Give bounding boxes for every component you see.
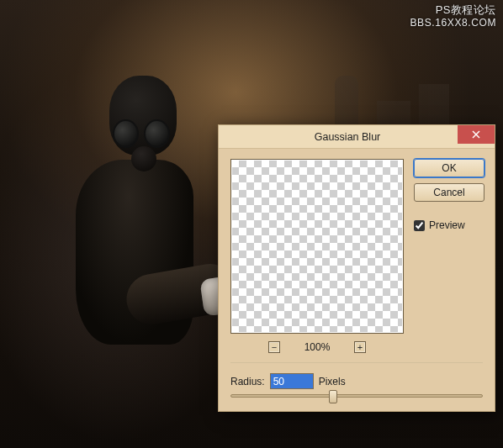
radius-slider[interactable] <box>230 394 483 398</box>
close-button[interactable] <box>458 125 495 144</box>
preview-checkbox[interactable] <box>414 220 425 231</box>
watermark-line2: BBS.16XX8.COM <box>410 17 496 29</box>
radius-unit: Pixels <box>319 376 346 387</box>
watermark: PS教程论坛 BBS.16XX8.COM <box>410 3 496 29</box>
ok-button[interactable]: OK <box>414 159 484 177</box>
radius-label: Radius: <box>230 376 265 387</box>
close-icon <box>472 130 480 139</box>
cancel-button[interactable]: Cancel <box>414 183 484 202</box>
radius-row: Radius: Pixels <box>219 363 495 393</box>
dialog-titlebar[interactable]: Gaussian Blur <box>219 125 495 149</box>
zoom-controls: − 100% + <box>230 339 404 356</box>
dialog-title: Gaussian Blur <box>229 131 495 143</box>
radius-slider-thumb[interactable] <box>329 390 337 403</box>
plus-icon: + <box>357 343 363 352</box>
bg-figure <box>50 76 219 412</box>
zoom-in-button[interactable]: + <box>354 341 366 353</box>
radius-input[interactable] <box>270 373 314 389</box>
zoom-out-button[interactable]: − <box>268 341 280 353</box>
minus-icon: − <box>272 343 277 352</box>
preview-checkbox-label: Preview <box>429 219 465 231</box>
watermark-line1: PS教程论坛 <box>410 3 496 17</box>
gaussian-blur-dialog: Gaussian Blur − 100% + OK Cancel <box>218 124 495 412</box>
zoom-level: 100% <box>300 341 334 353</box>
preview-area[interactable] <box>230 159 404 334</box>
preview-checkbox-row[interactable]: Preview <box>414 219 484 231</box>
